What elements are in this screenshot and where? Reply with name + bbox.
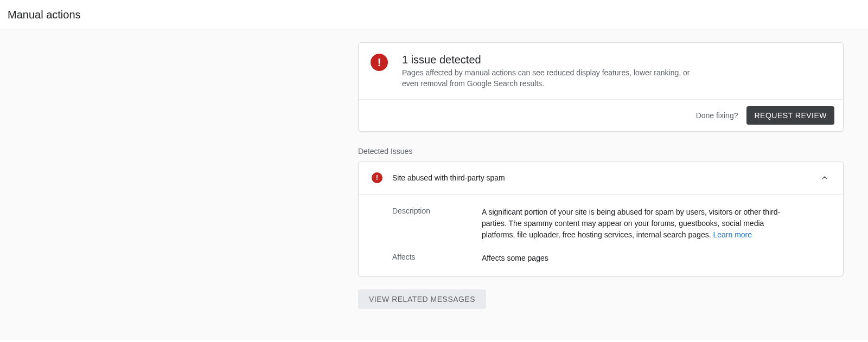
description-label: Description (392, 207, 482, 215)
done-fixing-label: Done fixing? (696, 111, 738, 120)
issue-body: Description A significant portion of you… (359, 194, 843, 276)
affects-value: Affects some pages (482, 253, 548, 264)
affects-label: Affects (392, 253, 482, 261)
chevron-up-icon (819, 172, 830, 183)
error-icon: ! (371, 54, 388, 71)
summary-card: ! 1 issue detected Pages affected by man… (358, 42, 844, 132)
request-review-button[interactable]: REQUEST REVIEW (746, 106, 834, 125)
issue-title: Site abused with third-party spam (392, 173, 819, 182)
detected-issues-label: Detected Issues (358, 147, 844, 156)
learn-more-link[interactable]: Learn more (713, 230, 752, 239)
page-title: Manual actions (8, 9, 860, 21)
summary-top: ! 1 issue detected Pages affected by man… (359, 43, 843, 99)
summary-text: 1 issue detected Pages affected by manua… (402, 54, 706, 89)
content-column: ! 1 issue detected Pages affected by man… (358, 42, 844, 309)
description-value: A significant portion of your site is be… (482, 207, 786, 241)
issue-header[interactable]: ! Site abused with third-party spam (359, 162, 843, 194)
summary-title: 1 issue detected (402, 54, 706, 66)
view-related-messages-button[interactable]: VIEW RELATED MESSAGES (358, 289, 486, 309)
error-icon: ! (372, 172, 382, 183)
page-body: ! 1 issue detected Pages affected by man… (0, 29, 868, 340)
issue-card: ! Site abused with third-party spam Desc… (358, 161, 844, 276)
summary-action-bar: Done fixing? REQUEST REVIEW (359, 99, 843, 131)
page-header: Manual actions (0, 0, 868, 29)
summary-subtitle: Pages affected by manual actions can see… (402, 67, 706, 89)
description-row: Description A significant portion of you… (392, 207, 830, 241)
affects-row: Affects Affects some pages (392, 253, 830, 264)
